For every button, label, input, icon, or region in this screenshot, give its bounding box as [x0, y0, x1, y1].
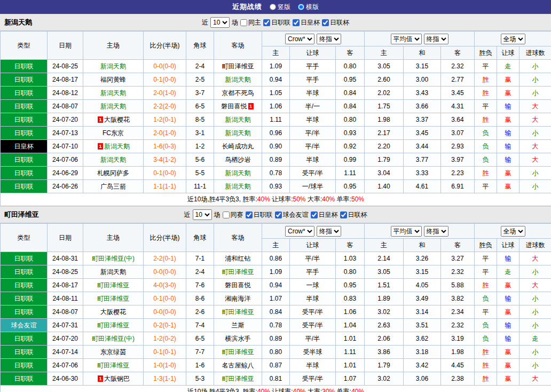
filter-checkbox-4[interactable]: 日联杯 — [340, 210, 367, 219]
asia-source-select[interactable]: Crow* — [285, 34, 314, 44]
away-team-name: 町田泽维亚 — [222, 308, 254, 316]
euro-home-odds-cell: 3.86 — [365, 346, 404, 359]
filter-checkbox-input[interactable] — [322, 19, 329, 26]
sections-container: 新潟天鹅近10场同主日职联日皇杯日联杯类型日期主场比分(半场)角球客场Crow*… — [0, 14, 551, 392]
col-header: 客场 — [214, 32, 262, 60]
home-team-cell: 町田泽维亚 — [83, 319, 144, 332]
filter-checkbox-label: 球会友谊 — [283, 210, 309, 219]
filter-checkbox-input[interactable] — [240, 19, 247, 26]
asia-home-odds-cell: 1.05 — [262, 87, 290, 100]
euro-source-select[interactable]: 平均值 — [391, 34, 422, 44]
away-team-name: 新潟天鹅 — [225, 129, 251, 137]
score-cell: 2-0(1-0) — [144, 87, 186, 100]
unit-label: 场 — [214, 210, 221, 219]
horizontal-radio[interactable] — [298, 4, 304, 10]
euro-home-odds-cell: 1.79 — [365, 359, 404, 372]
filter-checkbox-input[interactable] — [223, 211, 230, 218]
euro-time-select[interactable]: 终指 — [424, 226, 448, 237]
col-header: 比分(半场) — [144, 32, 186, 60]
match-row: 日职联24-08-17町田泽维亚4-0(3-0)7-6磐田喜悦0.94一球0.9… — [1, 279, 551, 292]
wdl-result-cell: 负 — [475, 292, 497, 305]
filter-checkbox-input[interactable] — [340, 211, 347, 218]
match-row: 日职联24-08-07大阪樱花0-0(0-0)2-6町田泽维亚0.84受平/半1… — [1, 305, 551, 319]
score-cell: 0-0(0-0) — [144, 60, 186, 73]
sub-col-header: 进球数 — [519, 46, 551, 60]
period-select[interactable]: 全场 — [501, 34, 525, 44]
near-label: 近 — [184, 210, 191, 219]
handicap-result-cell: 输 — [497, 127, 519, 140]
asia-source-select[interactable]: Crow* — [285, 226, 314, 237]
sub-col-header: 客 — [336, 46, 365, 60]
handicap-result-cell: 赢 — [497, 180, 519, 193]
euro-home-odds-cell: 1.98 — [365, 113, 404, 127]
home-team-cell: 町田泽维亚 — [83, 292, 144, 305]
filter-checkbox-input[interactable] — [275, 211, 282, 218]
handicap-result-cell: 输 — [497, 153, 519, 167]
filter-checkbox-input[interactable] — [263, 19, 270, 26]
corner-cell: 1-6 — [186, 359, 214, 372]
euro-home-odds-cell: 3.02 — [365, 372, 404, 386]
match-count-select[interactable]: 10 — [193, 209, 212, 220]
match-count-select[interactable]: 10 — [210, 17, 230, 28]
wdl-result-cell: 负 — [475, 140, 497, 153]
euro-time-select[interactable]: 终指 — [424, 34, 448, 44]
match-row: 日职联24-06-29札幌冈萨多0-1(0-0)5-5新潟天鹅0.78受平/半1… — [1, 167, 551, 180]
asia-away-odds-cell: 0.92 — [336, 140, 365, 153]
filter-checkbox-0[interactable]: 同主 — [240, 18, 261, 27]
sub-col-header: 客 — [441, 239, 475, 252]
vertical-radio-label: 竖版 — [278, 3, 290, 12]
competition-cell: 日职联 — [1, 346, 48, 359]
score-cell: 1-2(0-1) — [144, 113, 186, 127]
filter-checkbox-3[interactable]: 日皇杯 — [311, 210, 338, 219]
euro-draw-odds-cell: 3.37 — [404, 113, 441, 127]
filter-checkbox-label: 日联杯 — [330, 18, 349, 27]
period-select[interactable]: 全场 — [501, 226, 525, 237]
match-row: 球会友谊24-07-31町田泽维亚0-2(0-1)7-4兰斯0.78受平/半1.… — [1, 319, 551, 332]
col-header: 日期 — [48, 32, 83, 60]
filter-checkbox-input[interactable] — [246, 211, 253, 218]
filter-checkbox-1[interactable]: 日职联 — [246, 210, 273, 219]
away-team-cell: 磐田喜悦1 — [214, 100, 262, 113]
goals-result-cell: 小 — [519, 346, 551, 359]
corner-cell: 3-1 — [186, 127, 214, 140]
filter-bar: 近10场同主日职联日皇杯日联杯 — [202, 17, 349, 28]
results-table-1: 类型日期主场比分(半场)角球客场Crow*终指平均值终指全场主让球客主和客胜负让… — [0, 223, 551, 392]
euro-home-odds-cell: 2.60 — [365, 73, 404, 87]
layout-option-horizontal[interactable]: 横版 — [298, 3, 319, 12]
handicap-result-cell: 赢 — [497, 359, 519, 372]
away-team-name: 横滨水手 — [225, 335, 251, 342]
euro-odds-header: 平均值终指 — [365, 32, 475, 46]
match-row: 日职联24-08-31町田泽维亚(中)2-2(0-1)7-1浦和红钻0.86平/… — [1, 252, 551, 265]
home-team-name: 町田泽维亚 — [97, 281, 129, 289]
asia-home-odds-cell: 0.81 — [262, 372, 290, 386]
euro-source-select[interactable]: 平均值 — [391, 226, 422, 237]
goals-result-cell: 小 — [519, 319, 551, 332]
vertical-radio[interactable] — [270, 4, 276, 10]
away-team-name: 町田泽维亚 — [222, 348, 254, 356]
layout-option-vertical[interactable]: 竖版 — [270, 3, 290, 12]
filter-checkbox-2[interactable]: 球会友谊 — [275, 210, 309, 219]
filter-checkbox-input[interactable] — [293, 19, 300, 26]
handicap-result-cell: 输 — [497, 332, 519, 346]
euro-away-odds-cell: 4.45 — [441, 359, 475, 372]
filter-checkbox-1[interactable]: 日职联 — [263, 18, 290, 27]
goals-result-cell: 大 — [519, 279, 551, 292]
goals-result-cell: 走 — [519, 332, 551, 346]
asia-handicap-cell: 受半球 — [290, 346, 336, 359]
date-cell: 24-07-13 — [48, 127, 83, 140]
asia-time-select[interactable]: 终指 — [317, 34, 341, 44]
asia-away-odds-cell: 0.83 — [336, 292, 365, 305]
filter-checkbox-2[interactable]: 日皇杯 — [293, 18, 320, 27]
filter-checkbox-3[interactable]: 日联杯 — [322, 18, 349, 27]
sub-col-header: 主 — [262, 46, 290, 60]
filter-checkbox-0[interactable]: 同赛 — [223, 210, 243, 219]
filter-checkbox-input[interactable] — [311, 211, 318, 218]
red-card-badge: 1 — [98, 143, 103, 150]
asia-time-select[interactable]: 终指 — [317, 226, 341, 237]
euro-home-odds-cell: 1.40 — [365, 180, 404, 193]
sub-col-header: 客 — [336, 239, 365, 252]
corner-cell: 2-5 — [186, 73, 214, 87]
wdl-result-cell: 胜 — [475, 279, 497, 292]
page-title: 近期战绩 — [232, 2, 262, 12]
corner-cell: 1-2 — [186, 140, 214, 153]
